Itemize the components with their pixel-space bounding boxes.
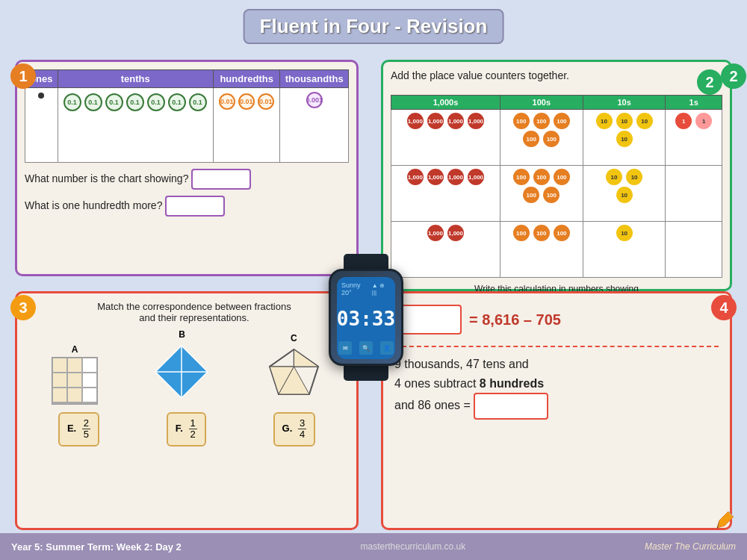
- q4-answer-bottom[interactable]: [474, 393, 548, 420]
- tenths-counter-3: 0.1: [105, 93, 123, 111]
- q2-col-10s: 10s: [583, 96, 666, 110]
- watch-band-bottom: [344, 366, 388, 381]
- q2-col-1s: 1s: [666, 96, 722, 110]
- grid-cell-5: [67, 373, 82, 388]
- tenths-counter-1: 0.1: [63, 93, 81, 111]
- shape-c-label: C: [266, 333, 322, 343]
- grid-cell-4: [52, 373, 67, 388]
- watch-icon-person: 👤: [380, 341, 394, 355]
- shape-c-container: C: [266, 333, 322, 405]
- pvc-100-1: 100: [513, 113, 530, 129]
- pvc-1000-7: 1,000: [447, 169, 464, 185]
- q2-1000s-row1: 1,000 1,000 1,000 1,000: [391, 110, 500, 166]
- question-3-box: Match the correspondence between fractio…: [15, 291, 359, 530]
- watch-weather: Sunny 20°: [341, 281, 372, 296]
- pvc-100-6: 100: [513, 169, 530, 185]
- pvc-10-5: 10: [606, 169, 622, 185]
- grid-cell-1: [52, 358, 67, 373]
- pvc-100-8: 100: [554, 169, 570, 185]
- q2-col-100s: 100s: [500, 96, 583, 110]
- q1-questions: What number is the chart showing? What i…: [25, 169, 349, 217]
- grid-cell-9: [82, 388, 97, 402]
- pvc-100-7: 100: [533, 169, 550, 185]
- question-1-box: ones tenths hundredths thousandths 0.1 0…: [15, 60, 359, 276]
- watch-status: ▲ ⊕ |||: [372, 282, 391, 296]
- q2-1000s-row2: 1,000 1,000 1,000 1,000: [391, 166, 500, 222]
- ones-dot: [38, 93, 44, 99]
- q3-title: Match the correspondence between fractio…: [40, 301, 349, 323]
- tenths-counter-5: 0.1: [147, 93, 165, 111]
- thousandths-cell: 0.001: [280, 88, 349, 163]
- tenths-counter-4: 0.1: [126, 93, 144, 111]
- pvc-10-4: 10: [616, 131, 633, 147]
- pvc-1-2: 1: [695, 113, 712, 129]
- q2-10s-row2: 10 10 10: [583, 166, 666, 222]
- q2-1s-row2: [666, 166, 722, 222]
- pvc-1000-6: 1,000: [427, 169, 444, 185]
- grid-cell-6: [82, 373, 97, 388]
- shape-c-pentagon: [266, 346, 322, 402]
- q1-answer-2[interactable]: [165, 196, 225, 217]
- q2-100s-row2: 100 100 100 100 100: [500, 166, 583, 222]
- svg-marker-10: [294, 349, 318, 367]
- title-bar: Fluent in Four - Revision: [244, 9, 504, 44]
- shape-b-diamond: [152, 342, 211, 402]
- grid-cell-12: [82, 402, 97, 404]
- fraction-f: 1 2: [189, 418, 197, 441]
- grid-cell-8: [67, 388, 82, 402]
- pvc-10-6: 10: [626, 169, 642, 185]
- pvc-100-2: 100: [533, 113, 550, 129]
- q1-question-1: What number is the chart showing?: [25, 169, 349, 190]
- col-tenths: tenths: [58, 70, 213, 88]
- watch-time: 03:33: [337, 308, 395, 330]
- footer: Year 5: Summer Term: Week 2: Day 2 maste…: [0, 533, 747, 560]
- q2-1s-row1: 1 1: [666, 110, 722, 166]
- hundredths-counter-3: 0.01: [258, 93, 274, 110]
- pvc-100-3: 100: [554, 113, 570, 129]
- grid-cell-3: [82, 358, 97, 373]
- q2-10s-row1: 10 10 10 10: [583, 110, 666, 166]
- fraction-g: 3 4: [298, 418, 306, 441]
- pvc-1000-5: 1,000: [407, 169, 424, 185]
- question-4-box: = 8,616 – 705 9 thousands, 47 tens and 4…: [381, 291, 732, 530]
- q1-answer-1[interactable]: [191, 169, 251, 190]
- tenths-counter-7: 0.1: [189, 93, 207, 111]
- ones-cell: [25, 88, 58, 163]
- q2-col-1000s: 1,000s: [391, 96, 500, 110]
- hundredths-cell: 0.01 0.01 0.01: [213, 88, 280, 163]
- pvc-100-4: 100: [523, 131, 539, 147]
- place-value-table: ones tenths hundredths thousandths 0.1 0…: [25, 69, 349, 163]
- grid-cell-2: [67, 358, 82, 373]
- pvc-10-2: 10: [616, 113, 633, 129]
- fraction-f-box: F. 1 2: [167, 412, 206, 447]
- pvc-1000-9: 1,000: [427, 225, 444, 241]
- q2-number: 2: [721, 63, 746, 89]
- watch-icon-mail: ✉: [338, 341, 352, 355]
- q4-equation-text: = 8,616 – 705: [469, 311, 561, 329]
- shapes-row: A B: [25, 329, 349, 405]
- q4-divider: [394, 346, 719, 347]
- fractions-row: E. 2 5 F. 1 2 G. 3 4: [25, 412, 349, 447]
- watch-body: Sunny 20° ▲ ⊕ ||| 03:33 ✉ 🔍 👤: [329, 269, 403, 366]
- watch-icon-search: 🔍: [359, 341, 373, 355]
- footer-brand: Master The Curriculum: [645, 541, 736, 552]
- q2-number-circle: 2: [697, 69, 722, 95]
- pvc-100-12: 100: [533, 225, 550, 241]
- footer-website: masterthecurriculum.co.uk: [361, 541, 466, 552]
- grid-cell-10: [52, 402, 67, 404]
- hundredths-counter-1: 0.01: [219, 93, 235, 110]
- pvc-10-1: 10: [596, 113, 613, 129]
- pvc-100-13: 100: [554, 225, 570, 241]
- q1-number: 1: [10, 63, 36, 89]
- pvc-1000-10: 1,000: [447, 225, 464, 241]
- tenths-counter-2: 0.1: [84, 93, 102, 111]
- pvc-1000-2: 1,000: [427, 113, 444, 129]
- fraction-g-box: G. 3 4: [273, 412, 316, 447]
- question-2-box: Add the place value counters together. 2…: [381, 60, 732, 291]
- thousandths-counter-1: 0.001: [306, 92, 323, 108]
- watch-screen: Sunny 20° ▲ ⊕ ||| 03:33 ✉ 🔍 👤: [337, 277, 395, 359]
- watch-band-top: [344, 254, 388, 269]
- q2-100s-row1: 100 100 100 100 100: [500, 110, 583, 166]
- pvc-100-11: 100: [513, 225, 530, 241]
- grid-cell-11: [67, 402, 82, 404]
